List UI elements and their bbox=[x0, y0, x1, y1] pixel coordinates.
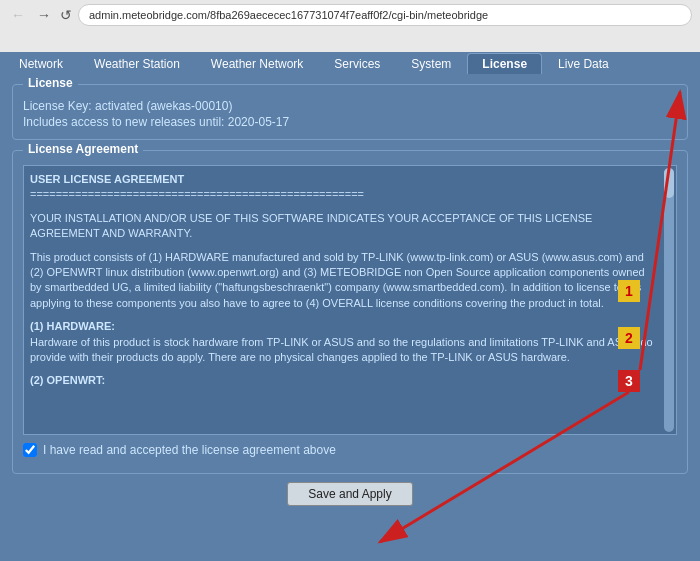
browser-controls: ← → ↺ bbox=[0, 0, 700, 30]
agreement-checkbox[interactable] bbox=[23, 443, 37, 457]
checkbox-row: I have read and accepted the license agr… bbox=[23, 443, 677, 457]
scrollbar-thumb[interactable] bbox=[664, 168, 674, 198]
tab-bar: Network Weather Station Weather Network … bbox=[0, 52, 700, 74]
agreement-para-2: This product consists of (1) HARDWARE ma… bbox=[30, 250, 656, 312]
license-key-line: License Key: activated (awekas-00010) bbox=[23, 99, 677, 113]
scrollbar[interactable] bbox=[664, 168, 674, 432]
save-btn-container: Save and Apply bbox=[12, 482, 688, 506]
save-and-apply-button[interactable]: Save and Apply bbox=[287, 482, 412, 506]
back-button[interactable]: ← bbox=[8, 7, 28, 23]
license-text: USER LICENSE AGREEMENT==================… bbox=[30, 172, 670, 389]
license-section: License License Key: activated (awekas-0… bbox=[12, 84, 688, 140]
tab-weather-station[interactable]: Weather Station bbox=[79, 53, 195, 74]
tab-live-data[interactable]: Live Data bbox=[543, 53, 624, 74]
tab-weather-network[interactable]: Weather Network bbox=[196, 53, 318, 74]
license-access-line: Includes access to new releases until: 2… bbox=[23, 115, 677, 129]
agreement-para-4: (2) OPENWRT: bbox=[30, 373, 656, 388]
agreement-para-1: YOUR INSTALLATION AND/OR USE OF THIS SOF… bbox=[30, 211, 656, 242]
license-agreement-label: License Agreement bbox=[23, 142, 143, 156]
address-bar[interactable] bbox=[78, 4, 692, 26]
license-info: License Key: activated (awekas-00010) In… bbox=[23, 93, 677, 129]
tab-system[interactable]: System bbox=[396, 53, 466, 74]
tab-license[interactable]: License bbox=[467, 53, 542, 74]
agreement-para-0: USER LICENSE AGREEMENT==================… bbox=[30, 172, 656, 203]
agreement-para-3: (1) HARDWARE:Hardware of this product is… bbox=[30, 319, 656, 365]
license-section-label: License bbox=[23, 76, 78, 90]
browser-chrome: ← → ↺ bbox=[0, 0, 700, 52]
reload-button[interactable]: ↺ bbox=[60, 7, 72, 23]
license-text-container[interactable]: USER LICENSE AGREEMENT==================… bbox=[23, 165, 677, 435]
license-agreement-section: License Agreement USER LICENSE AGREEMENT… bbox=[12, 150, 688, 474]
page-content: License License Key: activated (awekas-0… bbox=[0, 74, 700, 516]
tab-network[interactable]: Network bbox=[4, 53, 78, 74]
tab-services[interactable]: Services bbox=[319, 53, 395, 74]
checkbox-label: I have read and accepted the license agr… bbox=[43, 443, 336, 457]
forward-button[interactable]: → bbox=[34, 7, 54, 23]
